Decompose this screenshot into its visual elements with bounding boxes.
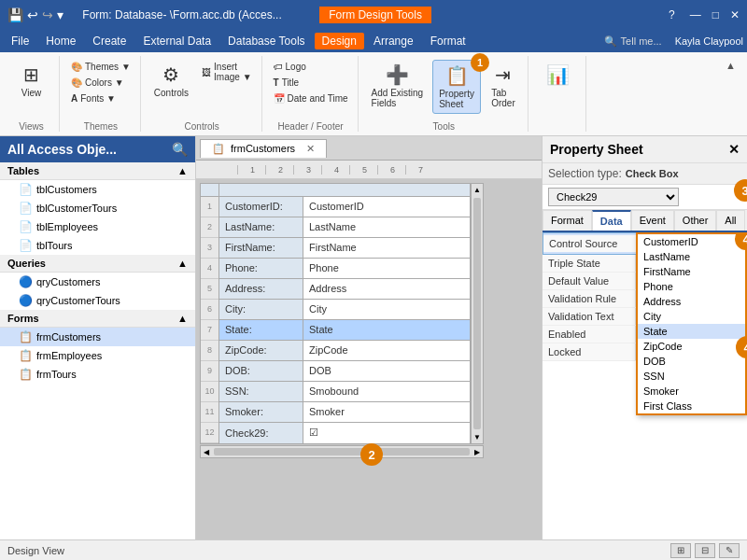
form-field-checkbox[interactable]: ☑ — [303, 422, 471, 443]
form-field[interactable]: DOB — [303, 360, 471, 381]
table-row[interactable]: Phone: Phone — [219, 258, 471, 278]
dropdown-item[interactable]: CustomerID — [638, 234, 745, 249]
table-row[interactable]: Address: Address — [219, 278, 471, 299]
form-field[interactable]: Smoker — [303, 401, 471, 422]
table-row[interactable]: LastName: LastName — [219, 217, 471, 237]
sidebar-item-frmemployees[interactable]: 📋 frmEmployees — [0, 346, 195, 365]
dropdown-item[interactable]: First Class — [638, 399, 745, 413]
scroll-down-button[interactable]: ▼ — [472, 431, 483, 443]
table-row[interactable]: Check29: ☑ — [219, 422, 471, 443]
form-field[interactable]: CustomerID — [303, 197, 471, 217]
form-field[interactable]: City — [303, 299, 471, 319]
sidebar-section-queries[interactable]: Queries ▲ — [0, 255, 195, 273]
dropdown-item[interactable]: FirstName — [638, 264, 745, 279]
dropdown-item[interactable]: City — [638, 309, 745, 324]
scroll-hthumb[interactable] — [214, 448, 470, 455]
dropdown-item[interactable]: Address — [638, 294, 745, 309]
help-button[interactable]: ? — [669, 8, 675, 21]
dropdown-item[interactable]: DOB — [638, 354, 745, 369]
sidebar-section-tables[interactable]: Tables ▲ — [0, 162, 195, 180]
redo-icon[interactable]: ↪ — [42, 7, 53, 22]
tab-order-button[interactable]: ⇥ TabOrder — [485, 60, 522, 112]
date-time-button[interactable]: 📅 Date and Time — [270, 91, 352, 105]
sidebar-item-qrycustomers[interactable]: 🔵 qryCustomers — [0, 273, 195, 291]
menu-format[interactable]: Format — [423, 33, 473, 49]
form-tab-frmcustomers[interactable]: 📋 frmCustomers ✕ — [200, 139, 327, 158]
dropdown-item[interactable]: LastName — [638, 249, 745, 264]
property-sheet-button[interactable]: 📋 PropertySheet 1 — [432, 60, 481, 114]
collapse-ribbon-button[interactable]: ▲ — [726, 60, 736, 71]
sidebar-search-icon[interactable]: 🔍 — [172, 142, 188, 157]
view-button-1[interactable]: ⊞ — [670, 543, 691, 558]
dropdown-item[interactable]: Phone — [638, 279, 745, 294]
undo-icon[interactable]: ↩ — [27, 7, 38, 22]
themes-button[interactable]: 🎨 Themes ▼ — [67, 60, 134, 74]
form-tab-close[interactable]: ✕ — [306, 143, 315, 155]
form-field[interactable]: State — [303, 319, 471, 340]
property-sheet-close[interactable]: ✕ — [728, 142, 740, 157]
table-row[interactable]: State: State — [219, 319, 471, 340]
form-field[interactable]: LastName — [303, 217, 471, 237]
tab-event[interactable]: Event — [631, 210, 674, 231]
selection-dropdown[interactable]: Check29 — [548, 188, 679, 206]
insert-image-button[interactable]: 🖼 InsertImage ▼ — [198, 60, 255, 84]
chart-button[interactable]: 📊 — [539, 60, 576, 91]
sidebar-item-qrycustomertours[interactable]: 🔵 qryCustomerTours — [0, 291, 195, 310]
sidebar-item-tblemployees[interactable]: 📄 tblEmployees — [0, 217, 195, 236]
table-row[interactable]: ZipCode: ZipCode — [219, 340, 471, 360]
form-field[interactable]: Phone — [303, 258, 471, 278]
sidebar-item-tbltours[interactable]: 📄 tblTours — [0, 236, 195, 255]
menu-arrange[interactable]: Arrange — [366, 33, 421, 49]
tab-all[interactable]: All — [716, 210, 744, 231]
maximize-button[interactable]: □ — [712, 8, 719, 21]
fonts-button[interactable]: A Fonts ▼ — [67, 91, 134, 105]
view-button-3[interactable]: ✎ — [719, 543, 740, 558]
dropdown-item[interactable]: State — [638, 324, 745, 339]
table-row[interactable]: Smoker: Smoker — [219, 401, 471, 422]
tab-data[interactable]: Data — [592, 210, 631, 231]
form-field[interactable]: ZipCode — [303, 340, 471, 360]
scroll-right-button[interactable]: ▶ — [472, 448, 483, 456]
tell-me-input[interactable]: Tell me... — [621, 35, 662, 47]
minimize-button[interactable]: — — [690, 8, 701, 21]
scroll-up-button[interactable]: ▲ — [472, 184, 483, 196]
scroll-thumb[interactable] — [473, 198, 481, 429]
controls-button[interactable]: ⚙ Controls — [148, 60, 194, 102]
menu-external-data[interactable]: External Data — [135, 33, 218, 49]
form-field[interactable]: Address — [303, 278, 471, 299]
table-row[interactable]: CustomerID: CustomerID — [219, 197, 471, 217]
form-field[interactable]: Smobound — [303, 381, 471, 401]
sidebar-item-frmcustomers[interactable]: 📋 frmCustomers — [0, 328, 195, 346]
colors-button[interactable]: 🎨 Colors ▼ — [67, 76, 134, 90]
menu-design[interactable]: Design — [315, 33, 364, 49]
close-button[interactable]: ✕ — [730, 8, 740, 21]
save-icon[interactable]: 💾 — [7, 7, 23, 22]
scroll-left-button[interactable]: ◀ — [201, 448, 212, 456]
title-button[interactable]: T Title — [270, 76, 352, 90]
table-row[interactable]: City: City — [219, 299, 471, 319]
view-button[interactable]: ⊞ View — [13, 60, 50, 102]
logo-button[interactable]: 🏷 Logo — [270, 60, 352, 74]
sidebar-item-tblcustomers[interactable]: 📄 tblCustomers — [0, 180, 195, 199]
view-button-2[interactable]: ⊟ — [695, 543, 715, 558]
add-existing-fields-button[interactable]: ➕ Add ExistingFields — [366, 60, 430, 112]
table-row[interactable]: FirstName: FirstName — [219, 237, 471, 258]
dropdown-icon[interactable]: ▾ — [57, 7, 63, 22]
dropdown-item[interactable]: Smoker — [638, 384, 745, 399]
control-source-dropdown[interactable]: CustomerID LastName FirstName Phone Addr… — [636, 232, 747, 415]
form-field[interactable]: FirstName — [303, 237, 471, 258]
table-row[interactable]: DOB: DOB — [219, 360, 471, 381]
quick-access-toolbar[interactable]: 💾 ↩ ↪ ▾ — [7, 7, 63, 22]
menu-database-tools[interactable]: Database Tools — [220, 33, 313, 49]
menu-create[interactable]: Create — [85, 33, 134, 49]
menu-file[interactable]: File — [4, 33, 36, 49]
menu-home[interactable]: Home — [38, 33, 83, 49]
sidebar-item-tblcustomertours[interactable]: 📄 tblCustomerTours — [0, 199, 195, 217]
tab-format[interactable]: Format — [543, 210, 592, 231]
dropdown-item[interactable]: ZipCode — [638, 339, 745, 354]
sidebar-item-frmtours[interactable]: 📋 frmTours — [0, 365, 195, 384]
table-row[interactable]: SSN: Smobound — [219, 381, 471, 401]
sidebar-section-forms[interactable]: Forms ▲ — [0, 310, 195, 328]
tab-other[interactable]: Other — [674, 210, 717, 231]
dropdown-item[interactable]: SSN — [638, 369, 745, 384]
